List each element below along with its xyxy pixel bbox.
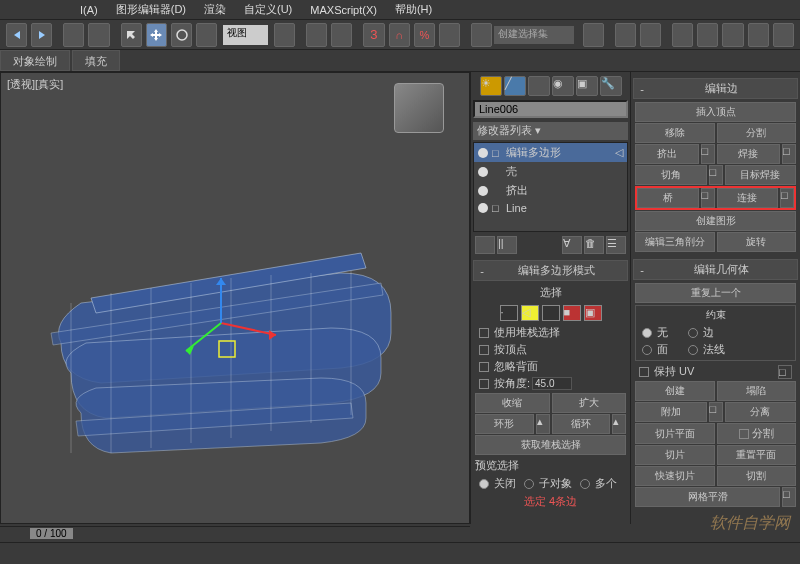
preview-off-radio[interactable]	[479, 479, 489, 489]
pin-stack-button[interactable]	[475, 236, 495, 254]
use-stack-sel[interactable]: 使用堆栈选择	[475, 324, 626, 341]
connect-settings[interactable]: □	[780, 188, 794, 208]
viewport-label[interactable]: [透视][真实]	[7, 77, 63, 92]
sun-icon[interactable]: ☀	[480, 76, 502, 96]
stack-item[interactable]: □Line	[474, 200, 627, 216]
refcoord-dropdown[interactable]: 视图	[223, 25, 268, 45]
menu-item[interactable]: 帮助(H)	[395, 2, 432, 17]
preview-subobj-radio[interactable]	[524, 479, 534, 489]
grow-button[interactable]: 扩大	[552, 393, 627, 413]
slice-plane-button[interactable]: 切片平面	[635, 423, 715, 444]
utilities-tab-icon[interactable]: 🔧	[600, 76, 622, 96]
edge-mode-button[interactable]: ◁	[521, 305, 539, 321]
snap-button[interactable]: 3	[363, 23, 384, 47]
rollout-polymode-header[interactable]: -编辑多边形模式	[473, 260, 628, 281]
loop-button[interactable]: 循环	[552, 414, 611, 434]
curve-editor-button[interactable]	[672, 23, 693, 47]
by-vertex[interactable]: 按顶点	[475, 341, 626, 358]
tab-object-paint[interactable]: 对象绘制	[0, 50, 70, 71]
pivot-button[interactable]	[274, 23, 295, 47]
unlink-button[interactable]	[88, 23, 109, 47]
menu-item[interactable]: I(A)	[80, 4, 98, 16]
weld-settings[interactable]: □	[782, 144, 796, 164]
stack-item[interactable]: □编辑多边形◁	[474, 143, 627, 162]
slice-button[interactable]: 切片	[635, 445, 715, 465]
split-button[interactable]: 分割	[717, 123, 797, 143]
named-sel-button[interactable]	[471, 23, 492, 47]
percent-snap-button[interactable]: %	[414, 23, 435, 47]
edit-tri-button[interactable]: 编辑三角剖分	[635, 232, 715, 252]
split-button-2[interactable]: 分割	[717, 423, 797, 444]
menu-item[interactable]: 渲染	[204, 2, 226, 17]
loop-spinner[interactable]: ▴	[612, 414, 626, 434]
spinner-snap-button[interactable]	[439, 23, 460, 47]
hierarchy-tab-icon[interactable]	[528, 76, 550, 96]
collapse-button[interactable]: 塌陷	[717, 381, 797, 401]
move-button[interactable]	[146, 23, 167, 47]
vertex-mode-button[interactable]: ·	[500, 305, 518, 321]
msmooth-button[interactable]: 网格平滑	[635, 487, 780, 507]
stack-item[interactable]: 挤出	[474, 181, 627, 200]
mirror-button[interactable]	[583, 23, 604, 47]
align-button[interactable]	[615, 23, 636, 47]
msmooth-settings[interactable]: □	[782, 487, 796, 507]
redo-button[interactable]	[31, 23, 52, 47]
remove-button[interactable]: 移除	[635, 123, 715, 143]
view-cube[interactable]	[394, 83, 444, 133]
cut-button[interactable]: 切割	[717, 466, 797, 486]
viewport-perspective[interactable]: [透视][真实]	[0, 72, 470, 524]
transform-gizmo[interactable]	[221, 323, 341, 423]
remove-mod-button[interactable]: 🗑	[584, 236, 604, 254]
connect-button[interactable]: 连接	[717, 188, 779, 208]
shrink-button[interactable]: 收缩	[475, 393, 550, 413]
insert-vertex-button[interactable]: 插入顶点	[635, 102, 796, 122]
menu-item[interactable]: 自定义(U)	[244, 2, 292, 17]
create-button[interactable]: 创建	[635, 381, 715, 401]
make-unique-button[interactable]: ∀	[562, 236, 582, 254]
target-weld-button[interactable]: 目标焊接	[725, 165, 797, 185]
quickslice-button[interactable]: 快速切片	[635, 466, 715, 486]
render-button[interactable]	[773, 23, 794, 47]
menu-item[interactable]: 图形编辑器(D)	[116, 2, 186, 17]
menu-item[interactable]: MAXScript(X)	[310, 4, 377, 16]
repeat-last-button[interactable]: 重复上一个	[635, 283, 796, 303]
scale-button[interactable]	[196, 23, 217, 47]
preserve-uv[interactable]: 保持 UV□	[635, 363, 796, 380]
weld-button[interactable]: 焊接	[717, 144, 781, 164]
configure-button[interactable]: ☰	[606, 236, 626, 254]
attach-button[interactable]: 附加	[635, 402, 707, 422]
constraint-face-radio[interactable]	[642, 345, 652, 355]
constraint-none-radio[interactable]	[642, 328, 652, 338]
prompt-button[interactable]	[30, 546, 48, 562]
extrude-settings[interactable]: □	[701, 144, 715, 164]
motion-tab-icon[interactable]: ◉	[552, 76, 574, 96]
selection-set-dropdown[interactable]: 创建选择集	[494, 26, 573, 44]
create-shape-button[interactable]: 创建图形	[635, 211, 796, 231]
window-crossing-button[interactable]	[331, 23, 352, 47]
time-slider[interactable]: 0 / 100	[30, 528, 73, 539]
tab-populate[interactable]: 填充	[72, 50, 120, 71]
turn-button[interactable]: 旋转	[717, 232, 797, 252]
modifier-list-dropdown[interactable]: 修改器列表 ▾	[473, 122, 628, 140]
poly-mode-button[interactable]: ■	[563, 305, 581, 321]
reset-plane-button[interactable]: 重置平面	[717, 445, 797, 465]
preview-multi-radio[interactable]	[580, 479, 590, 489]
modify-tab-icon[interactable]: ╱	[504, 76, 526, 96]
select-button[interactable]	[121, 23, 142, 47]
select-region-button[interactable]	[306, 23, 327, 47]
rollout-editedge-header[interactable]: -编辑边	[633, 78, 798, 99]
element-mode-button[interactable]: ▣	[584, 305, 602, 321]
schematic-button[interactable]	[697, 23, 718, 47]
chamfer-button[interactable]: 切角	[635, 165, 707, 185]
border-mode-button[interactable]	[542, 305, 560, 321]
ignore-backfacing[interactable]: 忽略背面	[475, 358, 626, 375]
bridge-button[interactable]: 桥	[637, 188, 699, 208]
object-name-field[interactable]	[473, 100, 628, 118]
render-setup-button[interactable]	[748, 23, 769, 47]
rollout-editgeo-header[interactable]: -编辑几何体	[633, 259, 798, 280]
get-stack-sel-button[interactable]: 获取堆栈选择	[475, 435, 626, 455]
layer-button[interactable]	[640, 23, 661, 47]
ring-button[interactable]: 环形	[475, 414, 534, 434]
by-angle[interactable]: 按角度:45.0	[475, 375, 626, 392]
extrude-button[interactable]: 挤出	[635, 144, 699, 164]
